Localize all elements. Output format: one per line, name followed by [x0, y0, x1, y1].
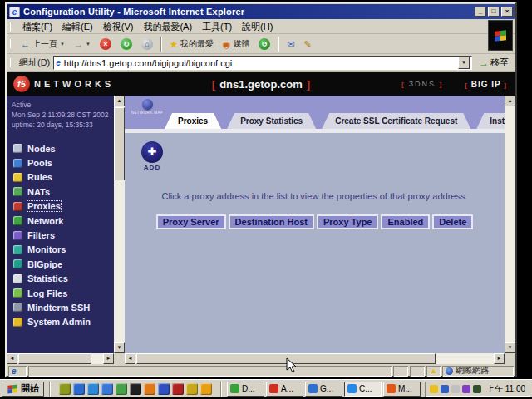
sidebar-horizontal-scrollbar[interactable]: ◄ ►	[7, 353, 114, 364]
task-window-button[interactable]: M...	[383, 382, 421, 397]
address-url[interactable]: http://dns1.getop.com/bigipgui/bigconf.c…	[64, 58, 458, 68]
quick-launch-icon-2[interactable]	[73, 383, 85, 395]
quick-launch-icon-4[interactable]	[101, 383, 113, 395]
add-icon[interactable]: ✚	[141, 141, 163, 163]
task-window-button[interactable]: G...	[305, 382, 342, 397]
minimize-button[interactable]: _	[475, 7, 486, 17]
quick-launch-icon-11[interactable]	[200, 383, 212, 395]
refresh-button[interactable]: ↻	[116, 36, 136, 52]
history-button[interactable]: ↺	[254, 36, 274, 52]
maximize-button[interactable]: □	[488, 7, 500, 17]
back-button[interactable]: ← 上一頁 ▼	[17, 36, 69, 52]
content-vertical-scrollbar[interactable]: ▲ ▼	[505, 96, 515, 353]
forward-dropdown-icon[interactable]: ▼	[86, 42, 91, 47]
scrollbar-thumb[interactable]	[114, 107, 125, 180]
sidebar-item[interactable]: Statistics	[13, 272, 125, 286]
tray-icon-1[interactable]	[430, 385, 438, 393]
quick-launch-icon-1[interactable]	[59, 383, 71, 395]
sidebar-item[interactable]: Network	[13, 214, 125, 228]
tray-icons	[430, 385, 481, 393]
network-map-button[interactable]: NETWORK MAP	[130, 99, 165, 115]
sidebar-item[interactable]: BIGpipe	[13, 257, 125, 271]
status-zone-panel: 網際網路	[442, 366, 514, 377]
close-button[interactable]: ×	[501, 7, 513, 17]
sidebar-item[interactable]: Log Files	[13, 286, 125, 300]
mindterm-ssh-icon	[13, 303, 22, 312]
content-frame: NETWORK MAP ProxiesProxy StatisticsCreat…	[125, 96, 515, 364]
tab-strip: NETWORK MAP ProxiesProxy StatisticsCreat…	[125, 96, 515, 129]
task-window-button[interactable]: D...	[227, 382, 264, 397]
tray-icon-4[interactable]	[462, 385, 470, 393]
menu-items: 檔案(F)編輯(E)檢視(V)我的最愛(A)工具(T)說明(H)	[17, 20, 278, 34]
scroll-left-icon[interactable]: ◄	[7, 353, 17, 364]
scroll-left-icon[interactable]: ◄	[125, 353, 135, 364]
monitors-icon	[13, 245, 22, 254]
stop-button[interactable]: ×	[96, 36, 116, 52]
tab[interactable]: Create SSL Certificate Request	[322, 113, 470, 129]
menu-item[interactable]: 工具(T)	[197, 20, 237, 34]
address-dropdown-icon[interactable]: ▼	[458, 57, 470, 69]
sidebar-nav: Nodes Pools Rules NATs Proxies	[7, 141, 125, 329]
status-page-panel: e	[8, 366, 27, 377]
quick-launch-icon-6[interactable]	[130, 383, 141, 395]
tab[interactable]: Proxy Statistics	[227, 113, 316, 129]
internet-zone-icon	[446, 367, 453, 375]
back-dropdown-icon[interactable]: ▼	[60, 42, 65, 47]
scroll-down-icon[interactable]: ▼	[505, 342, 515, 353]
ie-throbber-logo	[488, 20, 513, 51]
start-button[interactable]: 開始	[2, 382, 44, 397]
quick-launch-icon-3[interactable]	[87, 383, 99, 395]
scroll-up-icon[interactable]: ▲	[505, 96, 515, 106]
scroll-right-icon[interactable]: ►	[103, 353, 114, 364]
menu-item[interactable]: 檔案(F)	[17, 20, 57, 34]
proxy-table-header-row: Proxy ServerDestination HostProxy TypeEn…	[125, 214, 505, 229]
tray-icon-5[interactable]	[473, 385, 481, 393]
quick-launch-icon-9[interactable]	[172, 383, 184, 395]
menu-item[interactable]: 我的最愛(A)	[138, 20, 197, 34]
sidebar-item[interactable]: Pools	[13, 155, 125, 170]
menu-item[interactable]: 檢視(V)	[98, 20, 139, 34]
scroll-up-icon[interactable]: ▲	[114, 96, 125, 106]
sidebar-item[interactable]: Monitors	[13, 243, 125, 257]
quick-launch-icon-7[interactable]	[144, 383, 155, 395]
quick-launch-icon-10[interactable]	[186, 383, 198, 395]
page-icon: e	[56, 58, 61, 67]
sidebar-vertical-scrollbar[interactable]: ▲ ▼	[114, 96, 125, 353]
sidebar-item[interactable]: NATs	[13, 185, 125, 199]
sidebar-item[interactable]: Rules	[13, 170, 125, 185]
toolbar-grip[interactable]	[10, 58, 12, 67]
sidebar-item[interactable]: Proxies	[13, 200, 125, 214]
sidebar-item[interactable]: Filters	[13, 228, 125, 242]
scrollbar-thumb[interactable]	[18, 353, 91, 364]
task-window-button[interactable]: A...	[266, 382, 303, 397]
scroll-down-icon[interactable]: ▼	[114, 342, 125, 353]
edit-button[interactable]: ✎	[300, 36, 316, 52]
forward-button[interactable]: → ▼	[70, 36, 95, 52]
task-window-button[interactable]: C...	[344, 382, 382, 397]
address-input[interactable]: e http://dns1.getop.com/bigipgui/bigconf…	[53, 56, 472, 70]
tray-icon-2[interactable]	[441, 385, 449, 393]
sidebar-item[interactable]: Nodes	[13, 141, 125, 155]
sidebar-item[interactable]: Mindterm SSH	[13, 300, 125, 314]
home-button[interactable]: ⌂	[137, 36, 157, 52]
quick-launch-icon-8[interactable]	[158, 383, 170, 395]
scroll-right-icon[interactable]: ►	[494, 353, 505, 364]
toolbar-grip[interactable]	[10, 39, 12, 48]
tray-icon-3[interactable]	[451, 385, 460, 393]
menu-item[interactable]: 編輯(E)	[57, 20, 98, 34]
menu-item[interactable]: 說明(H)	[237, 20, 278, 34]
home-icon: ⌂	[141, 38, 153, 50]
sidebar-item[interactable]: System Admin	[13, 315, 125, 329]
system-tray: 上午 11:00	[425, 382, 530, 397]
favorites-button[interactable]: ★ 我的最愛	[165, 36, 218, 52]
pools-icon	[13, 159, 22, 168]
go-button[interactable]: → 移至	[475, 57, 512, 69]
toolbar-grip[interactable]	[10, 22, 12, 32]
tab[interactable]: Proxies	[165, 113, 221, 129]
content-horizontal-scrollbar[interactable]: ◄ ►	[125, 353, 505, 364]
title-bar[interactable]: e Configuration Utility - Microsoft Inte…	[7, 4, 515, 19]
add-proxy-button[interactable]: ✚ ADD	[138, 141, 166, 171]
media-button[interactable]: ◉ 媒體	[219, 36, 254, 52]
quick-launch-icon-5[interactable]	[116, 383, 127, 395]
mail-button[interactable]: ✉	[283, 36, 298, 52]
